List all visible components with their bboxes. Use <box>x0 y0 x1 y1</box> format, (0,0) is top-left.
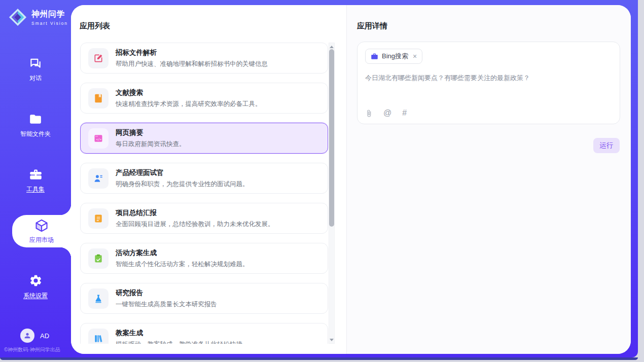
tool-tag-label: Bing搜索 <box>382 52 408 61</box>
app-description: 智能生成个性化活动方案，轻松解决规划难题。 <box>116 260 249 269</box>
document-edit-icon <box>88 48 109 68</box>
app-name: 项目总结汇报 <box>116 208 274 218</box>
hash-icon[interactable]: # <box>402 108 407 118</box>
sidebar: 神州问学 Smart Vision 对话 智能文件夹 <box>0 0 71 357</box>
app-name: 网页摘要 <box>116 128 186 137</box>
brand-name: 神州问学 <box>31 9 68 20</box>
app-description: 模板驱动，教案秒成，教学准备从此轻松快捷 <box>116 340 242 344</box>
attachment-icon[interactable] <box>365 109 373 118</box>
user-account[interactable]: AD <box>20 329 49 343</box>
interviewer-icon <box>88 168 109 189</box>
sidebar-item-settings[interactable]: 系统设置 <box>0 274 71 300</box>
app-description: 全面回顾项目进展，总结经验教训，助力未来优化发展。 <box>116 220 274 229</box>
scrollbar-thumb[interactable] <box>329 49 334 227</box>
sidebar-item-smart-folder[interactable]: 智能文件夹 <box>0 113 71 138</box>
app-name: 研究报告 <box>116 288 217 298</box>
app-detail-title: 应用详情 <box>357 21 387 31</box>
close-icon[interactable]: × <box>413 53 417 60</box>
app-list: 招标文件解析 帮助用户快速、准确地理解和解析招标书中的关键信息 文 <box>80 43 328 344</box>
app-card-pm-interviewer[interactable]: 产品经理面试官 明确身份和职责，为您提供专业性的面试问题。 <box>80 163 328 194</box>
window-bottom-edge <box>0 357 638 360</box>
sidebar-item-label: 应用市场 <box>29 236 54 244</box>
brand-subtitle: Smart Vision <box>31 21 68 26</box>
app-card-bid-document-analysis[interactable]: 招标文件解析 帮助用户快速、准确地理解和解析招标书中的关键信息 <box>80 43 328 74</box>
app-card-research-report[interactable]: 研究报告 一键智能生成高质量长文本研究报告 <box>80 283 328 314</box>
book-icon <box>88 88 109 108</box>
summary-note-icon <box>88 208 109 229</box>
sidebar-item-app-market[interactable]: 应用市场 <box>12 215 71 247</box>
app-card-lesson-plan[interactable]: 教案生成 模板驱动，教案秒成，教学准备从此轻松快捷 <box>80 323 328 344</box>
app-name: 文献搜索 <box>116 88 262 97</box>
app-description: 一键智能生成高质量长文本研究报告 <box>116 300 217 309</box>
app-name: 活动方案生成 <box>116 248 249 258</box>
scroll-up-icon[interactable] <box>329 44 334 49</box>
copyright-footer: ©神州数码·神州问学出品 <box>4 346 60 353</box>
app-list-title: 应用列表 <box>80 21 110 31</box>
svg-text:</>: </> <box>96 138 101 141</box>
diamond-logo-icon <box>8 8 27 27</box>
app-name: 教案生成 <box>116 329 242 338</box>
mention-icon[interactable]: @ <box>383 108 391 118</box>
toolbox-icon <box>29 167 43 181</box>
avatar <box>20 329 34 343</box>
prompt-card: Bing搜索 × 今日湖北有哪些新闻要点？有哪些需要关注的最新政策？ @ # <box>357 42 620 124</box>
clipboard-check-icon <box>88 248 109 269</box>
app-detail-panel: 应用详情 Bing搜索 × 今日湖北有哪些新闻要点？有哪些需要关注的最新政策？ <box>346 5 631 354</box>
folder-icon <box>29 113 42 126</box>
person-icon <box>23 332 31 340</box>
webpage-code-icon: </> <box>88 128 109 149</box>
user-name: AD <box>40 332 49 340</box>
books-icon <box>88 329 109 344</box>
prompt-input[interactable]: 今日湖北有哪些新闻要点？有哪些需要关注的最新政策？ <box>365 73 612 83</box>
sidebar-item-chat[interactable]: 对话 <box>0 57 71 83</box>
app-name: 产品经理面试官 <box>116 168 249 177</box>
research-flask-icon <box>88 288 109 309</box>
chat-icon <box>29 57 42 70</box>
app-description: 帮助用户快速、准确地理解和解析招标书中的关键信息 <box>116 60 268 68</box>
app-description: 快速精准查找学术资源，提高研究效率的必备工具。 <box>116 100 262 108</box>
cube-icon <box>34 219 49 233</box>
content-area: 应用列表 招标文件解析 帮助用户快速、准确地理解和解析招标书中的关键信息 <box>71 5 631 354</box>
app-card-webpage-summary[interactable]: </> 网页摘要 每日政府新闻资讯快查。 <box>80 123 328 154</box>
run-button[interactable]: 运行 <box>593 138 620 153</box>
app-list-panel: 应用列表 招标文件解析 帮助用户快速、准确地理解和解析招标书中的关键信息 <box>71 5 346 354</box>
brand-logo: 神州问学 Smart Vision <box>8 8 68 27</box>
gear-icon <box>29 274 43 287</box>
sidebar-item-label: 智能文件夹 <box>20 130 51 138</box>
app-window: 神州问学 Smart Vision 对话 智能文件夹 <box>0 0 638 357</box>
sidebar-item-label: 工具集 <box>26 185 45 194</box>
sidebar-item-label: 对话 <box>29 74 42 83</box>
app-card-event-plan[interactable]: 活动方案生成 智能生成个性化活动方案，轻松解决规划难题。 <box>80 243 328 274</box>
app-card-project-summary[interactable]: 项目总结汇报 全面回顾项目进展，总结经验教训，助力未来优化发展。 <box>80 203 328 234</box>
sidebar-item-toolset[interactable]: 工具集 <box>0 167 71 194</box>
app-name: 招标文件解析 <box>116 48 268 57</box>
app-description: 每日政府新闻资讯快查。 <box>116 140 186 149</box>
scroll-down-icon[interactable] <box>329 337 334 342</box>
app-card-literature-search[interactable]: 文献搜索 快速精准查找学术资源，提高研究效率的必备工具。 <box>80 83 328 114</box>
tool-tag-bing-search[interactable]: Bing搜索 × <box>365 49 422 64</box>
app-description: 明确身份和职责，为您提供专业性的面试问题。 <box>116 180 249 189</box>
input-toolbar: @ # <box>365 108 407 118</box>
sidebar-item-label: 系统设置 <box>23 292 48 300</box>
list-scrollbar[interactable] <box>329 43 335 344</box>
briefcase-icon <box>371 53 378 60</box>
